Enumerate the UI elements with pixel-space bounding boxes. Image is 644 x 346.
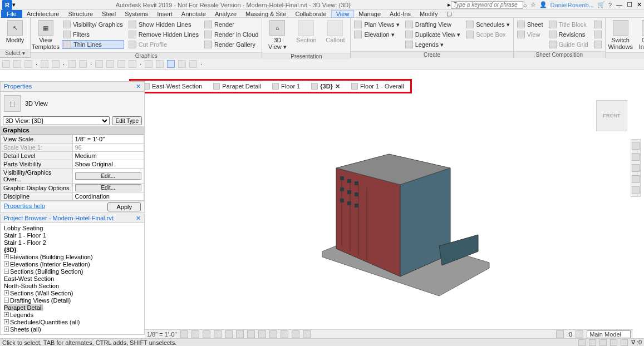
sb-drag[interactable]	[621, 339, 628, 346]
edit-button[interactable]: Edit...	[75, 184, 142, 191]
qat-tag[interactable]	[117, 60, 125, 68]
tree-node[interactable]: Parapet Detail	[2, 304, 143, 311]
qat-dim[interactable]	[106, 60, 114, 68]
prop-val[interactable]: Medium	[72, 152, 144, 160]
expand-icon[interactable]: +	[4, 261, 9, 266]
edit-button[interactable]: Edit...	[75, 172, 142, 180]
3d-view-button[interactable]: ⌂ 3D View ▾	[263, 19, 291, 52]
lock-3d-icon[interactable]	[258, 330, 266, 338]
nav-wheel[interactable]	[632, 153, 640, 161]
analytical-icon[interactable]	[292, 330, 299, 338]
expand-icon[interactable]: −	[4, 298, 9, 303]
menu-steel[interactable]: Steel	[97, 10, 120, 18]
menu-insert[interactable]: Insert	[153, 10, 177, 18]
user-name[interactable]: DanielRosenb...	[550, 2, 594, 8]
tree-node[interactable]: East-West Section	[2, 275, 143, 282]
tree-node[interactable]: −Drafting Views (Detail)	[2, 296, 143, 304]
prop-val[interactable]: 1/8" = 1'-0"	[72, 135, 144, 144]
sun-path-icon[interactable]	[203, 330, 210, 338]
properties-close[interactable]: ✕	[136, 83, 141, 90]
search-input[interactable]	[451, 1, 523, 9]
expand-icon[interactable]: +	[4, 312, 9, 317]
menu-context-icon[interactable]: ▢	[442, 10, 456, 18]
view-tab-3d[interactable]: {3D}✕	[306, 81, 346, 92]
prop-val[interactable]: Show Original	[72, 160, 144, 169]
menu-massing[interactable]: Massing & Site	[241, 10, 291, 18]
tree-node[interactable]: +Elevations (Building Elevation)	[2, 253, 143, 260]
detail-level-icon[interactable]	[180, 330, 188, 338]
qat-save[interactable]	[13, 60, 21, 68]
switch-windows-button[interactable]: Switch Windows	[607, 19, 635, 51]
view-place-button[interactable]: View	[516, 30, 544, 39]
nav-home[interactable]	[632, 142, 640, 150]
menu-addins[interactable]: Add-Ins	[385, 10, 415, 18]
expand-icon[interactable]: +	[4, 254, 9, 259]
show-hidden-button[interactable]: Show Hidden Lines	[127, 20, 200, 29]
elevation-button[interactable]: Elevation ▾	[353, 30, 400, 39]
view-tab-floor-1[interactable]: Floor 1	[267, 81, 306, 92]
expand-icon[interactable]: +	[4, 334, 9, 335]
qat-thinlines[interactable]	[167, 60, 175, 68]
tree-node[interactable]: +Families	[2, 333, 143, 335]
tree-node[interactable]: −Sections (Building Section)	[2, 268, 143, 275]
close-inactive-button[interactable]: Close Inactive	[636, 19, 644, 51]
tree-node[interactable]: {3D}	[2, 246, 143, 253]
shadows-icon[interactable]	[214, 330, 222, 338]
reveal-icon[interactable]	[281, 330, 288, 338]
tree-node[interactable]: +Legends	[2, 311, 143, 318]
menu-collaborate[interactable]: Collaborate	[291, 10, 331, 18]
maximize-button[interactable]: ☐	[627, 1, 632, 8]
view-tab-parapet-detail[interactable]: Parapet Detail	[208, 81, 267, 92]
sb-select-underlay[interactable]	[589, 339, 596, 346]
drafting-view-button[interactable]: Drafting View	[404, 20, 462, 29]
tree-node[interactable]: North-South Section	[2, 282, 143, 289]
crop-icon[interactable]	[236, 330, 244, 338]
edit-type-button[interactable]: Edit Type	[112, 116, 142, 125]
qat-switch[interactable]	[189, 60, 197, 68]
instance-selector[interactable]: 3D View: {3D}	[3, 116, 110, 125]
temp-hide-icon[interactable]	[269, 330, 277, 338]
cut-profile-button[interactable]: Cut Profile	[127, 40, 200, 49]
qat-default3d[interactable]	[145, 60, 153, 68]
rendering-icon[interactable]	[225, 330, 233, 338]
design-option-selector[interactable]: Main Model	[587, 330, 631, 338]
menu-modify[interactable]: Modify	[415, 10, 442, 18]
menu-annotate[interactable]: Annotate	[177, 10, 210, 18]
nav-orbit[interactable]	[632, 186, 640, 194]
viewref-button[interactable]	[593, 30, 603, 39]
matchline-button[interactable]	[593, 20, 603, 29]
legends-button[interactable]: Legends ▾	[404, 40, 462, 49]
visual-style-icon[interactable]	[191, 330, 199, 338]
render-gallery-button[interactable]: Render Gallery	[203, 40, 260, 49]
render-button[interactable]: Render	[203, 20, 260, 29]
tree-node[interactable]: Lobby Seating	[2, 224, 143, 231]
expand-icon[interactable]: −	[4, 269, 9, 274]
render-cloud-button[interactable]: Render in Cloud	[203, 30, 260, 39]
visibility-graphics-button[interactable]: Visibility/ Graphics	[62, 20, 124, 29]
activate-button[interactable]	[593, 40, 603, 49]
qat-dropdown[interactable]: ▾	[12, 1, 19, 8]
qat-sync[interactable]	[24, 60, 32, 68]
tab-close-icon[interactable]: ✕	[335, 83, 340, 90]
tree-node[interactable]: Stair 1 - Floor 1	[2, 231, 143, 239]
view-scale[interactable]: 1/8" = 1'-0"	[147, 331, 177, 338]
properties-help-link[interactable]: Properties help	[4, 202, 45, 211]
workset-icon[interactable]	[556, 330, 564, 338]
qat-align[interactable]	[95, 60, 103, 68]
qat-measure[interactable]	[79, 60, 87, 68]
sb-select-face[interactable]	[610, 339, 617, 346]
remove-hidden-button[interactable]: Remove Hidden Lines	[127, 30, 200, 39]
filters-button[interactable]: Filters	[62, 30, 124, 39]
sb-select-pinned[interactable]	[599, 339, 607, 346]
expand-icon[interactable]: +	[4, 319, 9, 324]
file-menu[interactable]: File	[1, 10, 22, 18]
qat-open[interactable]	[2, 60, 10, 68]
expand-icon[interactable]: +	[4, 290, 9, 295]
qat-text[interactable]	[129, 60, 136, 68]
nav-pan[interactable]	[632, 164, 640, 172]
expand-icon[interactable]: +	[4, 327, 9, 332]
duplicate-view-button[interactable]: Duplicate View ▾	[404, 30, 462, 39]
minimize-button[interactable]: —	[616, 1, 622, 8]
nav-zoom[interactable]	[632, 175, 640, 183]
browser-close[interactable]: ✕	[136, 215, 141, 222]
